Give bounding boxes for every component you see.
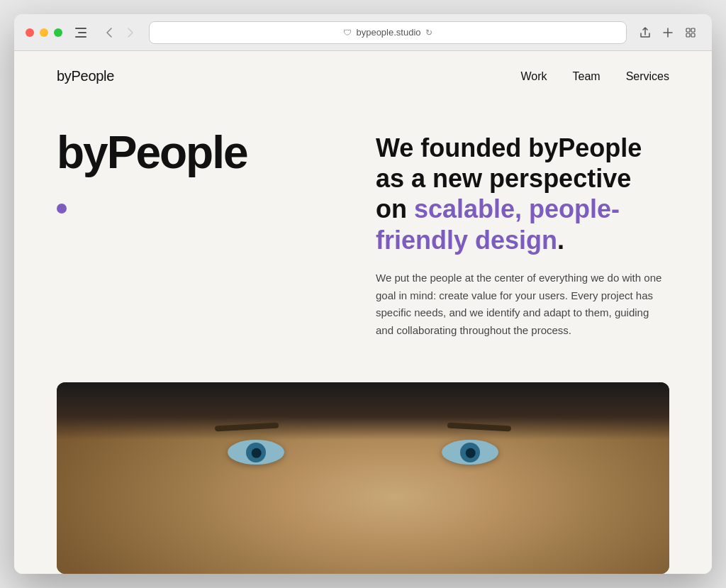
svg-rect-3 [686, 28, 690, 32]
url-text: bypeople.studio [356, 27, 420, 38]
maximize-button[interactable] [54, 28, 62, 37]
left-eye [228, 440, 284, 465]
hero-right: We founded byPeople as a new perspective… [354, 130, 669, 340]
site-header: byPeople Work Team Services [14, 51, 712, 101]
hero-headline: We founded byPeople as a new perspective… [376, 133, 669, 255]
right-eye [442, 440, 498, 465]
svg-rect-5 [686, 33, 690, 37]
svg-rect-4 [691, 28, 695, 32]
brow-area [57, 424, 669, 430]
eye-area [57, 440, 669, 465]
sidebar-toggle-icon[interactable] [71, 23, 91, 43]
site-nav: Work Team Services [520, 70, 669, 83]
address-bar[interactable]: 🛡 bypeople.studio ↻ [149, 21, 627, 44]
minimize-button[interactable] [40, 28, 48, 37]
site-logo[interactable]: byPeople [57, 68, 114, 84]
back-button[interactable] [99, 23, 119, 43]
traffic-lights [26, 28, 62, 37]
svg-rect-6 [691, 33, 695, 37]
address-bar-container: 🛡 bypeople.studio ↻ [149, 21, 627, 44]
hero-section: byPeople We founded byPeople as a new pe… [14, 101, 712, 382]
new-tab-button[interactable] [658, 23, 678, 43]
nav-services[interactable]: Services [626, 70, 669, 83]
hero-dot [57, 204, 67, 213]
reload-icon[interactable]: ↻ [425, 28, 432, 38]
browser-actions [635, 23, 700, 43]
security-icon: 🛡 [343, 28, 352, 38]
hero-title: byPeople [57, 130, 247, 175]
browser-window: 🛡 bypeople.studio ↻ [14, 14, 712, 574]
svg-rect-2 [75, 36, 86, 38]
grid-view-button[interactable] [681, 23, 700, 43]
browser-chrome: 🛡 bypeople.studio ↻ [14, 14, 712, 51]
hat-area [57, 382, 669, 440]
nav-work[interactable]: Work [520, 70, 547, 83]
nav-team[interactable]: Team [573, 70, 601, 83]
hero-description: We put the people at the center of every… [376, 270, 669, 340]
website-content: byPeople Work Team Services byPeople We … [14, 51, 712, 574]
hero-left: byPeople [57, 130, 354, 213]
svg-rect-1 [78, 32, 86, 33]
svg-rect-0 [75, 28, 86, 29]
hero-image [57, 382, 669, 574]
hero-headline-period: . [557, 226, 564, 255]
share-button[interactable] [635, 23, 655, 43]
forward-button[interactable] [121, 23, 140, 43]
image-placeholder [57, 382, 669, 574]
nav-buttons [99, 23, 140, 43]
close-button[interactable] [26, 28, 34, 37]
